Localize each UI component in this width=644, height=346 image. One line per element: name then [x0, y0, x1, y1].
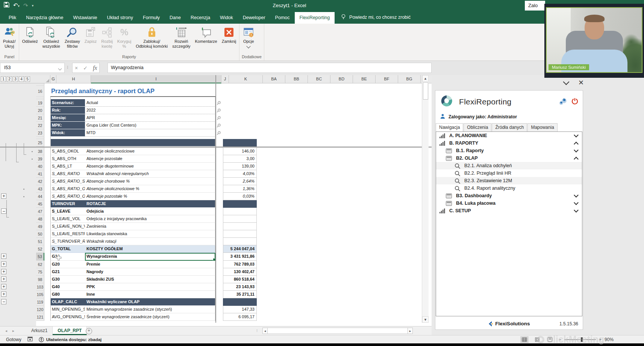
cell-g[interactable] — [44, 230, 50, 238]
nav-tree-item[interactable]: B.1. Raporty — [436, 147, 582, 154]
cell-j[interactable] — [215, 276, 223, 283]
tree-chevron-icon[interactable] — [574, 201, 579, 206]
sheet-tab[interactable]: Arkusz1 — [26, 326, 53, 335]
column-header[interactable]: J — [221, 75, 229, 83]
cell-label[interactable]: Wskaźniki wyliczane OLAP — [85, 298, 215, 306]
row-number[interactable]: 42 — [36, 178, 44, 185]
cell-value[interactable] — [223, 223, 257, 230]
outline-toggle-button[interactable]: + — [1, 269, 6, 274]
cell-j[interactable] — [215, 107, 223, 114]
scroll-right-icon[interactable]: ▸ — [408, 328, 413, 334]
redo-icon[interactable]: ↷ — [23, 0, 28, 11]
panel-tab[interactable]: Obliczenia — [464, 123, 491, 131]
cell-label[interactable]: 2022 — [85, 107, 215, 114]
cell-label[interactable] — [85, 139, 215, 147]
cell-label[interactable]: Wskaźnik rotacji — [85, 238, 215, 245]
cell-label[interactable]: Odejścia z inicjatywy pracownika — [85, 215, 215, 223]
cell-code[interactable]: G80 — [50, 291, 85, 298]
tree-chevron-icon[interactable] — [574, 148, 579, 153]
cell-label[interactable]: Absencje pozostałe % — [85, 193, 215, 200]
cell-value[interactable]: 762 789,03 — [223, 261, 257, 268]
settings-gears-icon[interactable] — [559, 97, 568, 106]
row-number[interactable]: 48 — [36, 215, 44, 223]
outline-level-button[interactable]: 2 — [7, 76, 12, 82]
scroll-up-icon[interactable]: ▲ — [422, 75, 429, 82]
cell-g[interactable] — [44, 261, 50, 268]
cell-j[interactable] — [215, 223, 223, 230]
ribbon-tab[interactable]: Wstawianie — [68, 12, 102, 24]
accessibility-status[interactable]: Ułatwienia dostępu: zbadaj — [39, 337, 102, 342]
outline-toggle-button[interactable]: + — [1, 193, 6, 199]
confirm-entry-icon[interactable]: ✓ — [83, 65, 88, 71]
cell-g[interactable] — [44, 276, 50, 283]
nav-tree-item[interactable]: B. RAPORTY — [436, 139, 582, 147]
cell-code[interactable]: AVG_OPENING_SA — [50, 313, 85, 321]
cell-label[interactable]: Wynagrodzenia — [85, 253, 215, 261]
cell-code[interactable]: Rok: — [50, 107, 85, 114]
ribbon-tab[interactable]: Formuły — [138, 12, 165, 24]
row-number[interactable]: 25 — [36, 139, 44, 147]
horizontal-scroll-thumb[interactable] — [268, 328, 408, 334]
sign-in-button[interactable]: Zalo — [525, 1, 545, 11]
outline-toggle-button[interactable]: + — [1, 284, 6, 289]
panel-tab[interactable]: Źródła danych — [492, 123, 527, 131]
cell-g[interactable] — [44, 253, 50, 261]
cell-label[interactable]: Absencje długoterminowe — [85, 163, 215, 170]
cell-j[interactable] — [215, 99, 223, 107]
cell-g[interactable] — [44, 298, 50, 306]
magnifier-icon[interactable] — [216, 108, 221, 115]
cell-value[interactable] — [223, 215, 257, 223]
cell-code[interactable]: G21 — [50, 268, 85, 276]
cell-value[interactable]: 0,03% — [223, 193, 257, 200]
nav-tree-item[interactable]: B2.3. Zestawienie 12M — [436, 177, 582, 184]
cell-g[interactable] — [44, 268, 50, 276]
ribbon-tab[interactable]: Widok — [215, 12, 238, 24]
nav-tree-item[interactable]: B3. Dashboardy — [436, 192, 582, 199]
tree-chevron-icon[interactable] — [574, 178, 579, 183]
ribbon-tab[interactable]: Deweloper — [238, 12, 270, 24]
ribbon-button[interactable]: Odświeżwszystkie — [40, 25, 62, 54]
ribbon-tab[interactable]: Recenzja — [186, 12, 215, 24]
cell-g[interactable] — [44, 122, 50, 129]
magnifier-icon[interactable] — [216, 130, 221, 137]
cell-value[interactable]: 6 095,17 — [223, 313, 257, 321]
cell-g[interactable] — [44, 139, 50, 147]
row-number[interactable]: 103 — [36, 283, 44, 291]
normal-view-icon[interactable] — [520, 336, 529, 343]
cell-j[interactable] — [215, 122, 223, 129]
cell-value[interactable] — [223, 298, 257, 306]
row-number[interactable]: 121 — [36, 313, 44, 321]
cell-g[interactable] — [44, 99, 50, 107]
cell-g[interactable] — [44, 208, 50, 215]
tree-chevron-icon[interactable] — [574, 193, 579, 198]
cell-value[interactable] — [223, 107, 257, 114]
outline-level-button[interactable]: 4 — [19, 76, 24, 82]
next-sheet-icon[interactable]: ▸ — [12, 329, 14, 333]
cell-code[interactable]: S_ABS_OTH — [50, 155, 85, 163]
cell-code[interactable]: S_ABS_LT — [50, 163, 85, 170]
ribbon-button[interactable]: Rozwińszczegóły — [170, 25, 192, 54]
magnifier-icon[interactable] — [216, 123, 221, 130]
cell-label[interactable]: Absencje pozostałe — [85, 155, 215, 163]
ribbon-button[interactable]: Zamknij — [220, 25, 239, 54]
row-number[interactable]: 75 — [36, 268, 44, 276]
cell-label[interactable]: Grupa Lider (Cost Centers) — [85, 122, 215, 129]
row-number[interactable]: 39 — [36, 155, 44, 163]
ribbon-button[interactable]: Komentarze — [192, 25, 219, 54]
row-number[interactable]: 105 — [36, 291, 44, 298]
row-number[interactable]: 21 — [36, 114, 44, 122]
tree-chevron-icon[interactable] — [574, 141, 579, 146]
cell-j[interactable] — [215, 139, 223, 147]
cell-code[interactable]: S_ABS_RATIO_OTH — [50, 193, 85, 200]
row-number[interactable]: 22 — [36, 122, 44, 129]
cell-j[interactable] — [215, 185, 223, 193]
ribbon-tab[interactable]: Dane — [165, 12, 186, 24]
row-number[interactable]: 47 — [36, 208, 44, 215]
ribbon-tab[interactable]: Plik — [4, 12, 21, 24]
cell-value[interactable] — [223, 99, 257, 107]
cell-label[interactable]: Inne — [85, 291, 215, 298]
cell-code[interactable]: S_LEAVE_VOL — [50, 215, 85, 223]
cell-value[interactable] — [223, 238, 257, 245]
formula-bar-splitter[interactable]: ⁝ — [67, 65, 68, 70]
cell-value[interactable] — [223, 139, 257, 147]
